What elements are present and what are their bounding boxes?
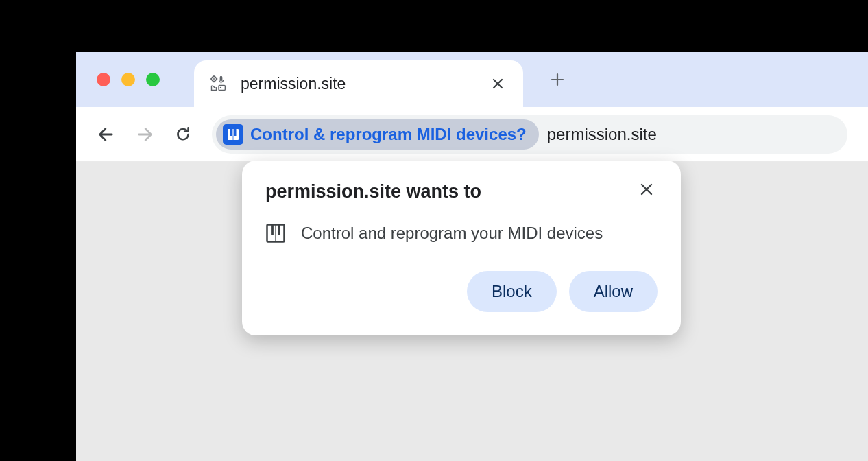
svg-rect-2	[220, 77, 221, 81]
tab-strip: permission.site	[76, 52, 868, 107]
toolbar: Control & reprogram MIDI devices? permis…	[76, 107, 868, 162]
back-button[interactable]	[97, 125, 116, 144]
permission-chip[interactable]: Control & reprogram MIDI devices?	[216, 119, 539, 150]
arrow-right-icon	[135, 125, 154, 144]
close-icon	[492, 78, 504, 90]
tab-close-button[interactable]	[487, 75, 508, 93]
dialog-close-button[interactable]	[636, 181, 658, 198]
permission-description: Control and reprogram your MIDI devices	[301, 224, 603, 243]
svg-rect-7	[230, 129, 232, 136]
block-button[interactable]: Block	[467, 271, 557, 312]
minimize-window-button[interactable]	[121, 73, 135, 86]
reload-icon	[174, 126, 192, 143]
browser-tab[interactable]: permission.site	[194, 60, 523, 107]
svg-rect-12	[278, 225, 280, 235]
address-bar[interactable]: Control & reprogram MIDI devices? permis…	[212, 115, 847, 154]
permission-dialog: permission.site wants to Control and rep…	[242, 161, 681, 335]
svg-rect-4	[219, 85, 225, 90]
tab-title: permission.site	[241, 75, 475, 93]
dialog-body: Control and reprogram your MIDI devices	[265, 223, 658, 244]
dialog-header: permission.site wants to	[265, 181, 658, 202]
close-window-button[interactable]	[97, 73, 110, 86]
url-text: permission.site	[547, 125, 657, 144]
close-icon	[640, 182, 653, 196]
dialog-title: permission.site wants to	[265, 181, 481, 202]
midi-icon	[223, 124, 243, 145]
reload-button[interactable]	[173, 125, 193, 144]
svg-rect-8	[234, 129, 237, 136]
svg-point-1	[213, 78, 215, 80]
new-tab-button[interactable]	[548, 70, 567, 89]
forward-button[interactable]	[135, 125, 154, 144]
svg-point-5	[220, 87, 221, 88]
window-controls	[97, 73, 160, 86]
tab-favicon-icon	[209, 74, 228, 93]
arrow-left-icon	[97, 125, 116, 144]
allow-button[interactable]: Allow	[569, 271, 658, 312]
midi-icon	[265, 223, 286, 244]
plus-icon	[551, 73, 564, 86]
permission-chip-label: Control & reprogram MIDI devices?	[250, 125, 527, 144]
dialog-actions: Block Allow	[265, 271, 658, 312]
svg-rect-11	[271, 225, 274, 235]
maximize-window-button[interactable]	[146, 73, 160, 86]
